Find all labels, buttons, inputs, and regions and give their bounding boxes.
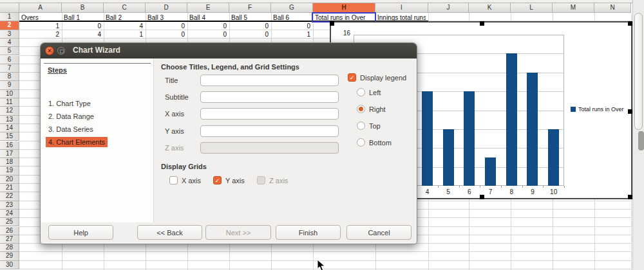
cell-F2[interactable]: 0 bbox=[231, 22, 269, 30]
subtitle-input[interactable] bbox=[200, 91, 339, 103]
cell-B3[interactable]: 4 bbox=[64, 31, 101, 39]
row-header-16[interactable]: 16 bbox=[0, 141, 19, 150]
grid-x-axis-checkbox[interactable] bbox=[169, 176, 178, 184]
row-header-15[interactable]: 15 bbox=[0, 132, 19, 141]
column-header-M[interactable]: M bbox=[553, 3, 594, 13]
row-header-14[interactable]: 14 bbox=[0, 124, 19, 132]
cell-D2[interactable]: 0 bbox=[147, 22, 185, 30]
step-data-range[interactable]: 2. Data Range bbox=[46, 111, 97, 122]
column-header-A[interactable]: A bbox=[19, 3, 62, 13]
grid-y-axis-label: Y axis bbox=[225, 177, 245, 184]
column-header-F[interactable]: F bbox=[229, 3, 271, 13]
row-header-7[interactable]: 7 bbox=[0, 64, 19, 73]
row-header-12[interactable]: 12 bbox=[0, 107, 19, 115]
cell-G2[interactable]: 0 bbox=[273, 22, 310, 30]
column-header-K[interactable]: K bbox=[469, 3, 511, 13]
vertical-scrollbar[interactable] bbox=[632, 0, 644, 270]
cell-A3[interactable]: 2 bbox=[21, 31, 59, 39]
legend-right-radio[interactable] bbox=[357, 105, 365, 113]
display-grids-heading: Display Grids bbox=[161, 163, 207, 170]
cell-A2[interactable]: 1 bbox=[21, 22, 59, 30]
row-header-20[interactable]: 20 bbox=[0, 176, 19, 184]
row-header-26[interactable]: 26 bbox=[0, 227, 19, 235]
row-header-30[interactable]: 30 bbox=[0, 261, 19, 269]
cancel-button[interactable]: Cancel bbox=[346, 225, 412, 240]
selection-handle[interactable] bbox=[628, 195, 632, 199]
bar-over-5[interactable] bbox=[443, 129, 454, 186]
selection-handle[interactable] bbox=[330, 21, 334, 26]
help-button[interactable]: Help bbox=[48, 225, 113, 240]
vertical-scrollbar-thumb[interactable] bbox=[634, 13, 643, 130]
finish-button[interactable]: Finish bbox=[276, 225, 341, 240]
maximize-icon[interactable] bbox=[57, 47, 65, 55]
row-header-27[interactable]: 27 bbox=[0, 235, 19, 244]
legend-left-radio[interactable] bbox=[357, 88, 365, 96]
selection-handle[interactable] bbox=[480, 21, 484, 26]
x-axis-input[interactable] bbox=[200, 108, 339, 120]
bar-over-9[interactable] bbox=[527, 73, 538, 186]
row-header-5[interactable]: 5 bbox=[0, 47, 19, 55]
column-header-E[interactable]: E bbox=[187, 3, 229, 13]
row-header-24[interactable]: 24 bbox=[0, 210, 19, 218]
cell-E2[interactable]: 0 bbox=[189, 22, 227, 30]
cell-F3[interactable]: 0 bbox=[231, 31, 269, 39]
bar-over-4[interactable] bbox=[422, 91, 433, 186]
row-header-19[interactable]: 19 bbox=[0, 166, 19, 175]
row-header-25[interactable]: 25 bbox=[0, 218, 19, 226]
column-header-N[interactable]: N bbox=[594, 3, 631, 13]
cell-C3[interactable]: 1 bbox=[106, 31, 143, 39]
column-header-G[interactable]: G bbox=[271, 3, 313, 13]
cell-C2[interactable]: 4 bbox=[106, 22, 143, 30]
step-chart-type[interactable]: 1. Chart Type bbox=[46, 98, 93, 109]
display-legend-checkbox[interactable]: ✓ bbox=[348, 73, 356, 82]
vertical-scrollbar-overlay[interactable] bbox=[638, 131, 644, 150]
row-header-1[interactable]: 1 bbox=[0, 13, 19, 21]
selection-handle[interactable] bbox=[628, 21, 632, 26]
bar-over-7[interactable] bbox=[485, 158, 496, 186]
row-header-6[interactable]: 6 bbox=[0, 56, 19, 64]
bar-over-6[interactable] bbox=[464, 91, 475, 186]
row-header-3[interactable]: 3 bbox=[0, 30, 19, 39]
cell-D3[interactable]: 0 bbox=[147, 31, 185, 39]
column-header-C[interactable]: C bbox=[104, 3, 146, 13]
selection-handle[interactable] bbox=[628, 109, 632, 114]
row-header-13[interactable]: 13 bbox=[0, 116, 19, 124]
row-header-22[interactable]: 22 bbox=[0, 192, 19, 201]
legend-left-label: Left bbox=[369, 89, 381, 96]
grid-y-axis-checkbox[interactable]: ✓ bbox=[213, 176, 222, 184]
row-header-17[interactable]: 17 bbox=[0, 150, 19, 158]
row-header-23[interactable]: 23 bbox=[0, 201, 19, 210]
row-header-8[interactable]: 8 bbox=[0, 73, 19, 81]
y-axis-input[interactable] bbox=[200, 125, 339, 137]
step-data-series[interactable]: 3. Data Series bbox=[46, 124, 96, 134]
back-button[interactable]: << Back bbox=[137, 225, 202, 240]
row-header-18[interactable]: 18 bbox=[0, 158, 19, 166]
row-header-10[interactable]: 10 bbox=[0, 90, 19, 98]
title-input[interactable] bbox=[200, 75, 339, 86]
close-icon[interactable]: ✕ bbox=[45, 46, 54, 55]
selection-handle[interactable] bbox=[480, 195, 484, 199]
row-header-21[interactable]: 21 bbox=[0, 184, 19, 192]
row-header-29[interactable]: 29 bbox=[0, 252, 19, 260]
row-header-2[interactable]: 2 bbox=[0, 21, 19, 30]
cell-G3[interactable]: 1 bbox=[273, 31, 310, 39]
column-header-H[interactable]: H bbox=[313, 3, 375, 13]
cell-E3[interactable]: 0 bbox=[189, 31, 227, 39]
step-chart-elements[interactable]: 4. Chart Elements bbox=[46, 137, 108, 147]
bar-over-10[interactable] bbox=[548, 129, 559, 186]
dialog-titlebar[interactable]: ✕ Chart Wizard bbox=[41, 43, 417, 59]
column-header-I[interactable]: I bbox=[375, 3, 428, 13]
row-header-4[interactable]: 4 bbox=[0, 39, 19, 47]
row-header-9[interactable]: 9 bbox=[0, 81, 19, 89]
column-header-J[interactable]: J bbox=[428, 3, 469, 13]
bar-over-8[interactable] bbox=[506, 53, 517, 186]
sheet-corner-cell[interactable] bbox=[0, 3, 19, 13]
row-header-11[interactable]: 11 bbox=[0, 98, 19, 107]
legend-bottom-radio[interactable] bbox=[357, 138, 365, 147]
column-header-D[interactable]: D bbox=[146, 3, 187, 13]
column-header-L[interactable]: L bbox=[511, 3, 553, 13]
legend-top-radio[interactable] bbox=[357, 122, 365, 130]
column-header-B[interactable]: B bbox=[62, 3, 104, 13]
cell-B2[interactable]: 0 bbox=[64, 22, 101, 30]
row-header-28[interactable]: 28 bbox=[0, 244, 19, 252]
